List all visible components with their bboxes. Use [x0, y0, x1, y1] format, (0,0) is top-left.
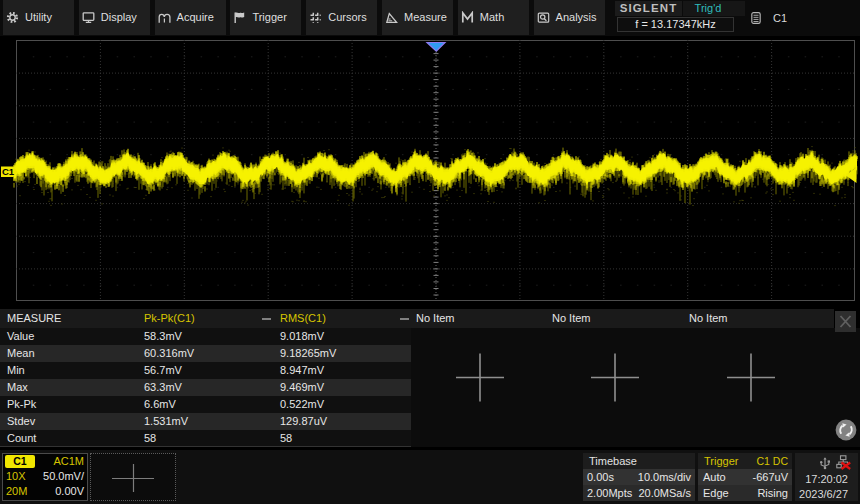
svg-text:C1: C1 — [2, 166, 15, 177]
